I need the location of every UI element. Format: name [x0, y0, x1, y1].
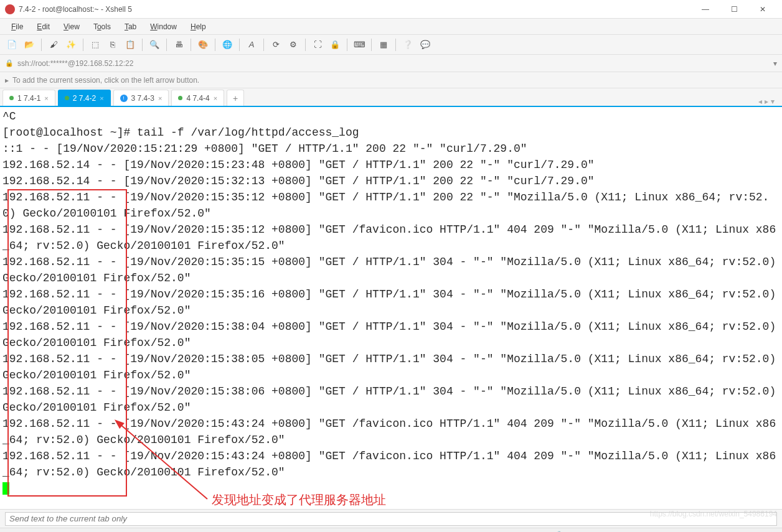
tab-4[interactable]: 4 7.4-4 ×: [171, 90, 224, 106]
address-bar: 🔒 ssh://root:******@192.168.52.12:22 ▾: [0, 55, 782, 72]
link-button[interactable]: ⚙: [286, 38, 300, 52]
separator: [371, 39, 372, 51]
tab-next-icon[interactable]: ▸: [765, 97, 768, 106]
tab-1[interactable]: 1 7.4-1 ×: [2, 90, 55, 106]
separator: [347, 39, 347, 51]
tab-close-icon[interactable]: ×: [100, 95, 103, 102]
font-button[interactable]: A: [245, 38, 258, 52]
language-button[interactable]: 🌐: [220, 38, 234, 52]
reconnect-button[interactable]: 🖌: [47, 38, 60, 52]
menubar: File Edit View Tools Tab Window Help: [0, 19, 782, 35]
separator: [305, 39, 306, 51]
separator: [41, 39, 42, 51]
lock-icon: 🔒: [5, 59, 14, 67]
properties-button[interactable]: ⬚: [88, 38, 102, 52]
menu-window[interactable]: Window: [144, 21, 183, 33]
minimize-button[interactable]: —: [691, 0, 720, 19]
open-button[interactable]: 📂: [22, 38, 36, 52]
lock-button[interactable]: 🔒: [328, 38, 342, 52]
menu-view[interactable]: View: [57, 21, 86, 33]
copy-button[interactable]: ⎘: [106, 38, 120, 52]
menu-file[interactable]: File: [5, 21, 29, 33]
separator: [263, 39, 264, 51]
tab-label: 3 7.4-3: [131, 94, 154, 103]
send-bar: [0, 509, 782, 528]
tab-navigation: ◂ ▸ ▾: [758, 97, 780, 106]
app-icon: [5, 4, 15, 14]
tab-list-icon[interactable]: ▾: [771, 97, 775, 106]
toolbar: 📄 📂 🖌 ✨ ⬚ ⎘ 📋 🔍 🖶 🎨 🌐 A ⟳ ⚙ ⛶ 🔒 ⌨ ▦ ❔ 💬: [0, 35, 782, 55]
script-button[interactable]: ⟳: [269, 38, 283, 52]
fullscreen-button[interactable]: ⛶: [311, 38, 324, 52]
address-text[interactable]: ssh://root:******@192.168.52.12:22: [17, 59, 773, 68]
status-dot-icon: [65, 96, 69, 100]
tab-2[interactable]: 2 7.4-2 ×: [58, 90, 111, 106]
find-button[interactable]: 🔍: [148, 38, 161, 52]
tab-close-icon[interactable]: ×: [214, 95, 217, 102]
close-button[interactable]: ✕: [748, 0, 777, 19]
new-session-button[interactable]: 📄: [5, 38, 19, 52]
disconnect-button[interactable]: ✨: [64, 38, 78, 52]
tab-close-icon[interactable]: ×: [44, 95, 48, 102]
info-dot-icon: !: [120, 95, 128, 102]
annotation-text: 发现地址变成了代理服务器地址: [212, 492, 386, 508]
titlebar: 7.4-2 - root@localhost:~ - Xshell 5 — ☐ …: [0, 0, 782, 19]
color-button[interactable]: 🎨: [196, 38, 210, 52]
send-input[interactable]: [5, 512, 777, 526]
dropdown-icon[interactable]: ▾: [773, 59, 777, 68]
window-title: 7.4-2 - root@localhost:~ - Xshell 5: [19, 5, 691, 14]
menu-tab[interactable]: Tab: [118, 21, 143, 33]
hint-bar: ▸ To add the current session, click on t…: [0, 72, 782, 88]
separator: [215, 39, 215, 51]
tab-prev-icon[interactable]: ◂: [758, 97, 762, 106]
hint-icon: ▸: [5, 76, 9, 85]
hint-text: To add the current session, click on the…: [12, 76, 199, 85]
new-tab-button[interactable]: +: [227, 90, 244, 106]
tab-label: 4 7.4-4: [186, 94, 209, 103]
tab-bar: 1 7.4-1 × 2 7.4-2 × ! 3 7.4-3 × 4 7.4-4 …: [0, 88, 782, 107]
maximize-button[interactable]: ☐: [720, 0, 748, 19]
layout-button[interactable]: ▦: [377, 38, 390, 52]
tab-3[interactable]: ! 3 7.4-3 ×: [113, 90, 169, 106]
status-dot-icon: [178, 96, 182, 100]
tab-label: 1 7.4-1: [17, 94, 40, 103]
menu-help[interactable]: Help: [184, 21, 212, 33]
tab-label: 2 7.4-2: [73, 94, 96, 103]
separator: [395, 39, 396, 51]
separator: [83, 39, 83, 51]
menu-edit[interactable]: Edit: [31, 21, 56, 33]
feedback-button[interactable]: 💬: [418, 38, 432, 52]
separator: [166, 39, 167, 51]
print-button[interactable]: 🖶: [172, 38, 186, 52]
tab-close-icon[interactable]: ×: [158, 95, 162, 102]
menu-tools[interactable]: Tools: [87, 21, 117, 33]
keyboard-button[interactable]: ⌨: [352, 38, 366, 52]
separator: [239, 39, 240, 51]
terminal[interactable]: ^C [root@localhost ~]# tail -f /var/log/…: [0, 107, 782, 509]
status-bar: Connected to 192.168.52.12:22. 🔒 SSH2 xt…: [0, 528, 782, 532]
help-button[interactable]: ❔: [401, 38, 415, 52]
separator: [142, 39, 143, 51]
paste-button[interactable]: 📋: [123, 38, 137, 52]
separator: [191, 39, 191, 51]
status-dot-icon: [9, 96, 14, 100]
